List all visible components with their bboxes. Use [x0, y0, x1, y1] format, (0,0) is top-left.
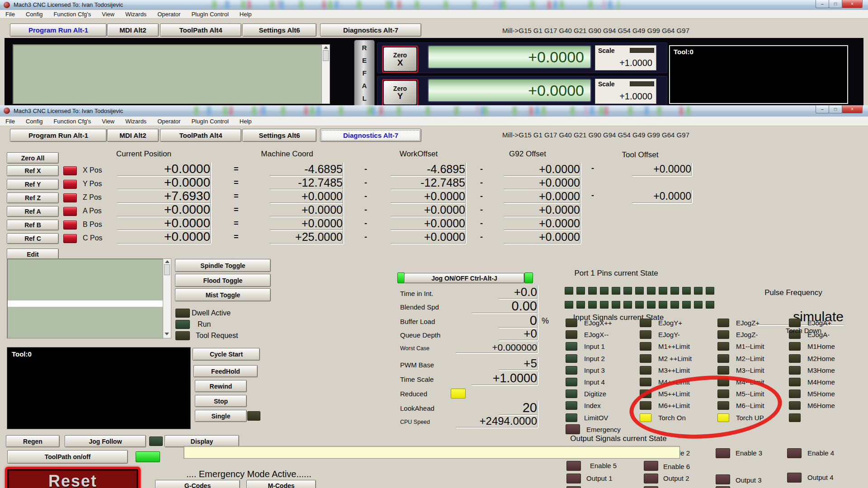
jog-onoff-button[interactable]: Jog ON/OFF Ctrl-Alt-J — [404, 273, 524, 283]
menu-operator[interactable]: Operator — [157, 11, 180, 18]
mcodes-button[interactable]: M-Codes — [246, 480, 316, 488]
tab-settings[interactable]: Settings Alt6 — [242, 129, 316, 142]
menu-view[interactable]: View — [102, 118, 114, 125]
menu-config[interactable]: Config — [26, 11, 43, 18]
dro-g92-b[interactable]: +0.0000 — [504, 217, 580, 230]
scroll-up-icon[interactable] — [324, 46, 328, 49]
dro-current-a[interactable]: +0.0000 — [117, 203, 211, 216]
zero-x-button[interactable]: ZeroX — [382, 46, 418, 73]
dro-machine-z[interactable]: +0.0000 — [270, 190, 343, 203]
jog-follow-button[interactable]: Jog Follow — [65, 435, 146, 447]
dro-machine-c[interactable]: +25.0000 — [270, 230, 343, 244]
tab-program-run[interactable]: Program Run Alt-1 — [10, 129, 107, 142]
dro-current-y[interactable]: +0.0000 — [117, 176, 211, 189]
maximize-button[interactable]: □ — [829, 0, 842, 8]
dro-g92-a[interactable]: +0.0000 — [504, 203, 580, 216]
tab-program-run[interactable]: Program Run Alt-1 — [10, 23, 107, 37]
dro-g92-z[interactable]: +0.0000 — [504, 190, 580, 203]
dro-work-a[interactable]: +0.0000 — [391, 203, 466, 216]
y-scale-box[interactable]: Scale +1.0000 — [595, 79, 656, 104]
titlebar[interactable]: Mach3 CNC Licensed To: Ivan Todosijevic … — [0, 105, 868, 117]
rewind-button[interactable]: Rewind — [195, 380, 247, 392]
close-button[interactable]: × — [842, 0, 863, 8]
stop-button[interactable]: Stop — [195, 395, 247, 407]
dro-g92-c[interactable]: +0.0000 — [504, 230, 580, 244]
tab-toolpath[interactable]: ToolPath Alt4 — [160, 23, 241, 37]
menu-wizards[interactable]: Wizards — [125, 118, 146, 125]
dro-work-c[interactable]: +0.0000 — [391, 230, 466, 244]
menu-view[interactable]: View — [102, 11, 114, 18]
zero-y-button[interactable]: ZeroY — [382, 79, 418, 105]
menu-operator[interactable]: Operator — [157, 118, 180, 125]
regen-button[interactable]: Regen — [6, 435, 60, 447]
dro-current-c[interactable]: +0.0000 — [117, 230, 211, 244]
reset-button[interactable]: Reset — [5, 467, 141, 488]
menu-file[interactable]: File — [5, 11, 15, 18]
dro-work-y[interactable]: -12.7485 — [391, 176, 466, 189]
maximize-button[interactable]: □ — [829, 105, 842, 113]
zero-all-button[interactable]: Zero All — [7, 152, 59, 164]
menu-config[interactable]: Config — [26, 118, 43, 125]
dro-work-x[interactable]: -4.6895 — [391, 163, 466, 176]
spindle-toggle-button[interactable]: Spindle Toggle — [175, 259, 271, 272]
menu-help[interactable]: Help — [240, 11, 252, 18]
dro-current-b[interactable]: +0.0000 — [117, 216, 211, 230]
minimize-button[interactable]: – — [816, 105, 829, 113]
dro-g92-x[interactable]: +0.0000 — [504, 163, 580, 176]
close-button[interactable]: × — [842, 105, 863, 113]
tab-diagnostics[interactable]: Diagnostics Alt-7 — [320, 23, 421, 37]
menu-plugin-control[interactable]: PlugIn Control — [191, 11, 228, 18]
menu-function-cfgs[interactable]: Function Cfg's — [54, 118, 91, 125]
menu-file[interactable]: File — [5, 118, 15, 125]
scroll-down-icon[interactable] — [165, 333, 169, 335]
dro-tooloffset-x[interactable]: +0.0000 — [632, 163, 692, 176]
single-button[interactable]: Single — [195, 410, 247, 422]
tab-diagnostics[interactable]: Diagnostics Alt-7 — [320, 129, 421, 142]
scrollbar-thumb[interactable] — [323, 50, 329, 61]
menu-function-cfgs[interactable]: Function Cfg's — [54, 11, 91, 18]
tab-mdi[interactable]: MDI Alt2 — [107, 129, 159, 142]
dro-current-x[interactable]: +0.0000 — [117, 162, 211, 176]
status-message-bar[interactable] — [184, 446, 680, 459]
display-button[interactable]: Display — [165, 435, 239, 447]
menu-plugin-control[interactable]: PlugIn Control — [191, 118, 228, 125]
cycle-start-button[interactable]: Cycle Start — [193, 348, 260, 361]
dro-machine-x[interactable]: -4.6895 — [270, 163, 343, 176]
ref-b-button[interactable]: Ref B — [7, 220, 59, 230]
ref-z-button[interactable]: Ref Z — [7, 192, 59, 203]
selected-line[interactable] — [8, 300, 163, 307]
tab-mdi[interactable]: MDI Alt2 — [107, 23, 159, 37]
feedhold-button[interactable]: FeedHold — [193, 365, 258, 377]
y-axis-dro[interactable]: +0.0000 — [428, 79, 591, 102]
ref-c-button[interactable]: Ref C — [7, 233, 59, 244]
dro-work-z[interactable]: +0.0000 — [391, 190, 466, 203]
gcode-listing[interactable] — [13, 44, 322, 104]
tab-toolpath[interactable]: ToolPath Alt4 — [160, 129, 241, 142]
dro-current-z[interactable]: +7.6930 — [117, 189, 211, 203]
dro-work-b[interactable]: +0.0000 — [391, 217, 466, 230]
tab-settings[interactable]: Settings Alt6 — [242, 23, 316, 37]
ref-x-button[interactable]: Ref X — [7, 165, 59, 176]
menu-wizards[interactable]: Wizards — [125, 11, 146, 18]
dro-g92-y[interactable]: +0.0000 — [504, 176, 580, 189]
menu-help[interactable]: Help — [240, 118, 252, 125]
dro-machine-b[interactable]: +0.0000 — [270, 217, 343, 230]
flood-toggle-button[interactable]: Flood Toggle — [175, 274, 271, 287]
scrollbar-thumb[interactable] — [164, 264, 170, 275]
mist-toggle-button[interactable]: Mist Toggle — [175, 288, 271, 301]
gcodes-button[interactable]: G-Codes — [155, 480, 240, 488]
toolpath-onoff-button[interactable]: ToolPath on/off — [7, 450, 128, 464]
ref-y-button[interactable]: Ref Y — [7, 179, 59, 190]
dro-tooloffset-z[interactable]: +0.0000 — [632, 190, 692, 203]
dro-machine-a[interactable]: +0.0000 — [270, 203, 343, 216]
titlebar[interactable]: Mach3 CNC Licensed To: Ivan Todosijevic … — [0, 0, 868, 10]
ref-all-home-button[interactable]: R E F A L L — [354, 40, 375, 105]
x-axis-dro[interactable]: +0.0000 — [428, 45, 591, 69]
scroll-up-icon[interactable] — [165, 260, 170, 263]
ref-a-button[interactable]: Ref A — [7, 206, 59, 217]
history-listbox[interactable] — [7, 258, 164, 338]
x-scale-box[interactable]: Scale +1.0000 — [595, 45, 656, 70]
history-scrollbar[interactable] — [163, 258, 171, 338]
dro-machine-y[interactable]: -12.7485 — [270, 176, 343, 189]
minimize-button[interactable]: – — [816, 0, 829, 8]
